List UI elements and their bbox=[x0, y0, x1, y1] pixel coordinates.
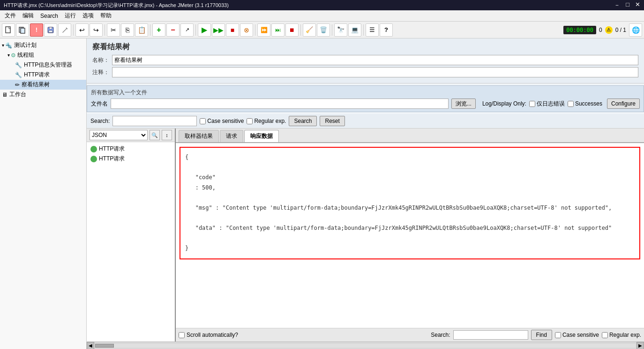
toolbar-new[interactable] bbox=[2, 23, 15, 37]
comment-label: 注释： bbox=[92, 68, 109, 76]
search-input[interactable] bbox=[112, 116, 197, 126]
toolbar-sep-3 bbox=[150, 24, 150, 36]
format-dropdown[interactable]: JSON Text XML bbox=[90, 130, 148, 140]
hscroll-track[interactable] bbox=[95, 344, 636, 348]
toolbar-clear-all[interactable]: 🗑️ bbox=[317, 23, 330, 37]
menu-edit[interactable]: 编辑 bbox=[20, 11, 37, 21]
response-border: { "code" : 500, "msg" : "Content type 'm… bbox=[180, 147, 640, 259]
menu-file[interactable]: 文件 bbox=[2, 11, 19, 21]
toolbar-remote-console[interactable]: 💻 bbox=[348, 23, 361, 37]
comment-input[interactable] bbox=[112, 67, 638, 77]
svg-rect-2 bbox=[21, 28, 25, 33]
json-line-4 bbox=[185, 193, 635, 203]
toolbar-remove[interactable]: − bbox=[166, 23, 180, 37]
toolbar-remote-start[interactable]: ⏩ bbox=[257, 23, 270, 37]
toolbar-help[interactable]: ? bbox=[380, 23, 393, 37]
toolbar-edit[interactable] bbox=[58, 23, 71, 37]
toolbar-shutdown[interactable]: ⊗ bbox=[240, 23, 253, 37]
hscroll-right[interactable]: ▶ bbox=[637, 342, 644, 349]
search-bar: Search: Case sensitive Regular exp. Sear… bbox=[87, 114, 644, 129]
successes-checkbox[interactable] bbox=[568, 101, 574, 107]
json-line-7: "data" : "Content type 'multipart/form-d… bbox=[185, 223, 635, 234]
threadgroup-icon: ⚙ bbox=[11, 52, 16, 59]
json-line-9: } bbox=[185, 243, 635, 254]
status-icon-1 bbox=[90, 146, 97, 152]
file-input[interactable] bbox=[111, 99, 449, 109]
hscroll-thumb[interactable] bbox=[95, 344, 114, 348]
browse-button[interactable]: 浏览... bbox=[451, 99, 476, 109]
log-display-label: Log/Display Only: bbox=[482, 100, 526, 107]
sidebar: ▾ 🔩 测试计划 ▾ ⚙ 线程组 🔧 HTTP信息头管理器 🔧 HTTP请求 ✏… bbox=[0, 38, 87, 349]
toolbar-sep-1 bbox=[73, 24, 74, 36]
maximize-button[interactable]: □ bbox=[626, 1, 629, 9]
tab-request[interactable]: 请求 bbox=[220, 130, 243, 142]
timer-display: 00:00:00 bbox=[563, 26, 596, 34]
find-button[interactable]: Find bbox=[531, 330, 552, 340]
sidebar-item-label-2: 线程组 bbox=[17, 51, 34, 59]
panel-search-icon-btn[interactable]: 🔍 bbox=[150, 130, 160, 140]
toolbar-stop[interactable]: ■ bbox=[226, 23, 239, 37]
menu-run[interactable]: 运行 bbox=[62, 11, 79, 21]
tab-sampler-result[interactable]: 取样器结果 bbox=[179, 130, 219, 142]
toolbar-list[interactable]: ☰ bbox=[366, 23, 379, 37]
bottom-regex-checkbox[interactable] bbox=[602, 332, 608, 338]
menu-search[interactable]: Search bbox=[37, 12, 61, 20]
toolbar-remote-start-all[interactable]: ⏭ bbox=[271, 23, 285, 37]
hscroll-left[interactable]: ◀ bbox=[87, 342, 94, 349]
file-section-title: 所有数据写入一个文件 bbox=[91, 89, 640, 97]
toolbar-save[interactable] bbox=[44, 23, 57, 37]
close-button[interactable]: ✕ bbox=[635, 1, 640, 9]
result-item-1[interactable]: HTTP请求 bbox=[89, 144, 173, 154]
regex-label: Regular exp. bbox=[254, 118, 286, 124]
toolbar-copy[interactable]: ⎘ bbox=[121, 23, 134, 37]
sidebar-item-workbench[interactable]: 🖥 工作台 bbox=[0, 90, 86, 99]
errors-checkbox[interactable] bbox=[529, 101, 535, 107]
toolbar-cut[interactable]: ✂ bbox=[107, 23, 120, 37]
toolbar-sep-5 bbox=[255, 24, 255, 36]
panel-header: 察看结果树 名称： 注释： bbox=[87, 38, 644, 83]
titlebar: HTTP请求.jmx (C:\Users\admin\Desktop\学习记录\… bbox=[0, 0, 644, 10]
configure-button[interactable]: Configure bbox=[607, 99, 640, 109]
sidebar-item-httprequest[interactable]: 🔧 HTTP请求 bbox=[0, 70, 86, 80]
toolbar-remote-stop[interactable]: ⏹ bbox=[285, 23, 299, 37]
toolbar-search[interactable]: 🔭 bbox=[334, 23, 347, 37]
toolbar-sep-4 bbox=[195, 24, 196, 36]
toolbar-start[interactable]: ▶ bbox=[198, 23, 211, 37]
toolbar-clear[interactable]: 🧹 bbox=[303, 23, 316, 37]
tab-response-data[interactable]: 响应数据 bbox=[244, 130, 279, 142]
warning-badge: ⚠ bbox=[605, 26, 613, 34]
sidebar-item-testplan[interactable]: ▾ 🔩 测试计划 bbox=[0, 40, 86, 50]
toolbar-add[interactable]: + bbox=[152, 23, 165, 37]
sidebar-item-threadgroup[interactable]: ▾ ⚙ 线程组 bbox=[0, 50, 86, 60]
regex-checkbox[interactable] bbox=[247, 118, 253, 124]
toolbar-templates[interactable] bbox=[16, 23, 29, 37]
sidebar-item-resulttree[interactable]: ✏ 察看结果树 bbox=[0, 80, 86, 90]
sidebar-item-httpheader[interactable]: 🔧 HTTP信息头管理器 bbox=[0, 60, 86, 70]
case-sensitive-checkbox[interactable] bbox=[200, 118, 206, 124]
split-panel: JSON Text XML 🔍 ↕ HTTP请求 HTTP请求 bbox=[87, 129, 644, 341]
toolbar-warning[interactable]: ! bbox=[30, 23, 43, 37]
panel-scroll-icon-btn[interactable]: ↕ bbox=[162, 130, 172, 140]
menu-help[interactable]: 帮助 bbox=[97, 11, 114, 21]
menu-options[interactable]: 选项 bbox=[80, 11, 97, 21]
json-line-8 bbox=[185, 234, 635, 244]
svg-rect-5 bbox=[49, 30, 52, 32]
toolbar-expand[interactable]: ↗ bbox=[180, 23, 194, 37]
minimize-button[interactable]: － bbox=[614, 1, 620, 9]
toolbar-undo[interactable]: ↩ bbox=[75, 23, 89, 37]
result-item-2[interactable]: HTTP请求 bbox=[89, 154, 173, 164]
toolbar: ! ↩ ↪ ✂ ⎘ 📋 + − ↗ ▶ ▶▶ ■ ⊗ ⏩ ⏭ ⏹ 🧹 🗑️ 🔭 … bbox=[0, 22, 644, 38]
response-content: { "code" : 500, "msg" : "Content type 'm… bbox=[176, 143, 644, 328]
toolbar-remote-icon[interactable]: 🌐 bbox=[629, 23, 642, 37]
search-button[interactable]: Search bbox=[289, 116, 317, 126]
toolbar-start-no-pause[interactable]: ▶▶ bbox=[212, 23, 225, 37]
menubar: 文件 编辑 Search 运行 选项 帮助 bbox=[0, 10, 644, 22]
file-row: 文件名 浏览... Log/Display Only: 仅日志错误 Succes… bbox=[91, 99, 640, 109]
bottom-case-checkbox[interactable] bbox=[555, 332, 561, 338]
name-input[interactable] bbox=[112, 55, 638, 65]
reset-button[interactable]: Reset bbox=[320, 116, 344, 126]
toolbar-redo[interactable]: ↪ bbox=[90, 23, 103, 37]
bottom-search-input[interactable] bbox=[453, 330, 528, 340]
scroll-auto-checkbox[interactable] bbox=[179, 332, 185, 338]
toolbar-paste[interactable]: 📋 bbox=[135, 23, 148, 37]
